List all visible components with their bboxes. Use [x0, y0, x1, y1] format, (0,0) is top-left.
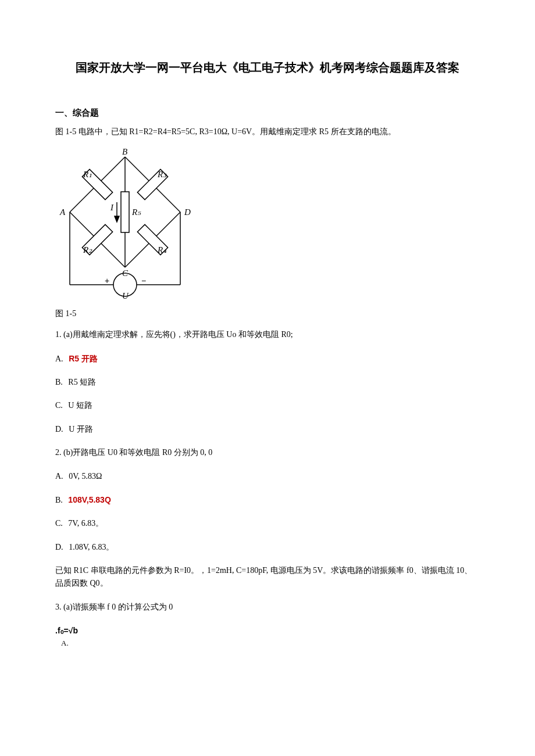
q1-option-b: B. R5 短路 — [55, 376, 480, 389]
r5-label: R₅ — [131, 207, 141, 217]
intro-paragraph: 图 1-5 电路中，已知 R1=R2=R4=R5=5C, R3=10Ω, U=6… — [55, 126, 480, 138]
figure-caption: 图 1-5 — [55, 307, 480, 320]
option-text: R5 短路 — [68, 378, 96, 386]
option-label: A. — [55, 354, 63, 363]
q1-option-a: A. R5 开路 — [55, 352, 480, 366]
r1-label: R₁ — [83, 170, 92, 179]
option-text: 108V,5.83Q — [68, 495, 110, 504]
q2-option-c: C. 7V, 6.83。 — [55, 517, 480, 530]
svg-rect-6 — [121, 192, 129, 232]
option-text: R5 开路 — [69, 354, 98, 363]
minus-terminal: − — [141, 276, 146, 285]
q3-stem: 3. (a)谐振频率 f 0 的计算公式为 0 — [55, 601, 480, 614]
circuit-diagram: B A D C R₁ R₃ R₂ R₄ R₅ I U + − — [55, 145, 195, 299]
r4-label: R₄ — [157, 245, 167, 255]
option-label: D. — [55, 543, 63, 551]
question-1: 1. (a)用戴维南定理求解，应先将()，求开路电压 Uo 和等效电阻 R0; … — [55, 328, 480, 436]
context-paragraph-2: 已知 R1C 串联电路的元件参数为 R=I0。，1=2mH, C=180pF, … — [55, 564, 480, 590]
plus-terminal: + — [105, 276, 109, 285]
option-label: C. — [55, 519, 63, 528]
option-text: U 短路 — [68, 401, 92, 410]
option-label: A. — [55, 472, 63, 481]
section-heading: 一、综合题 — [55, 106, 480, 120]
r3-label: R₃ — [157, 170, 167, 179]
question-2: 2. (b)开路电压 U0 和等效电阻 R0 分别为 0, 0 A. 0V, 5… — [55, 446, 480, 554]
r2-label: R₂ — [83, 245, 92, 255]
q2-stem: 2. (b)开路电压 U0 和等效电阻 R0 分别为 0, 0 — [55, 446, 480, 459]
q3-option-a-label: A. — [61, 637, 480, 650]
q3-option-a-formula: .f₀=√b — [55, 624, 480, 637]
option-text: U 开路 — [69, 425, 93, 433]
option-text: 0V, 5.83Ω — [69, 472, 102, 481]
page-title: 国家开放大学一网一平台电大《电工电子技术》机考网考综合题题库及答案 — [55, 58, 480, 77]
node-c-label: C — [122, 268, 129, 278]
i-label: I — [110, 203, 114, 212]
option-text: 1.08V, 6.83。 — [69, 543, 114, 551]
q1-option-c: C. U 短路 — [55, 399, 480, 412]
svg-marker-17 — [115, 216, 119, 222]
q2-option-a: A. 0V, 5.83Ω — [55, 470, 480, 483]
node-a-label: A — [59, 207, 66, 217]
option-label: C. — [55, 401, 63, 410]
q2-option-b: B. 108V,5.83Q — [55, 493, 480, 507]
q1-stem: 1. (a)用戴维南定理求解，应先将()，求开路电压 Uo 和等效电阻 R0; — [55, 328, 480, 341]
option-label: B. — [55, 496, 63, 504]
option-label: D. — [55, 425, 63, 433]
question-3: 3. (a)谐振频率 f 0 的计算公式为 0 .f₀=√b A. — [55, 601, 480, 650]
q2-option-d: D. 1.08V, 6.83。 — [55, 541, 480, 554]
node-d-label: D — [184, 207, 191, 217]
node-b-label: B — [122, 147, 127, 156]
q1-option-d: D. U 开路 — [55, 423, 480, 436]
option-text: 7V, 6.83。 — [68, 519, 104, 528]
option-label: B. — [55, 378, 63, 386]
u-label: U — [122, 291, 129, 299]
